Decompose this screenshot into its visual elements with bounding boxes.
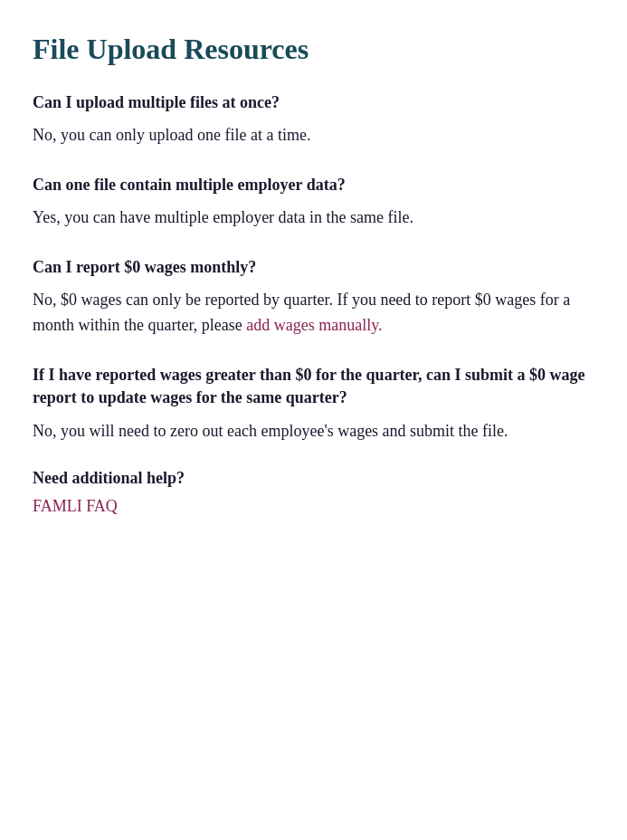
faq-answer-1: No, you can only upload one file at a ti…	[33, 123, 594, 148]
faq-answer-4: No, you will need to zero out each emplo…	[33, 419, 594, 444]
need-help-title: Need additional help?	[33, 469, 594, 488]
faq-item-1: Can I upload multiple files at once? No,…	[33, 91, 594, 148]
faq-question-3: Can I report $0 wages monthly?	[33, 256, 594, 279]
add-wages-manually-link[interactable]: add wages manually.	[246, 316, 382, 334]
page-card: File Upload Resources Can I upload multi…	[0, 0, 627, 559]
faq-answer-3: No, $0 wages can only be reported by qua…	[33, 288, 594, 339]
page-title: File Upload Resources	[33, 33, 594, 66]
faq-question-2: Can one file contain multiple employer d…	[33, 174, 594, 196]
faq-item-2: Can one file contain multiple employer d…	[33, 174, 594, 231]
faq-answer-2: Yes, you can have multiple employer data…	[33, 205, 594, 231]
need-help-section: Need additional help? FAMLI FAQ	[33, 469, 594, 516]
faq-question-4: If I have reported wages greater than $0…	[33, 364, 594, 409]
faq-question-1: Can I upload multiple files at once?	[33, 91, 594, 114]
faq-item-3: Can I report $0 wages monthly? No, $0 wa…	[33, 256, 594, 339]
famli-faq-link[interactable]: FAMLI FAQ	[33, 497, 118, 515]
faq-item-4: If I have reported wages greater than $0…	[33, 364, 594, 444]
